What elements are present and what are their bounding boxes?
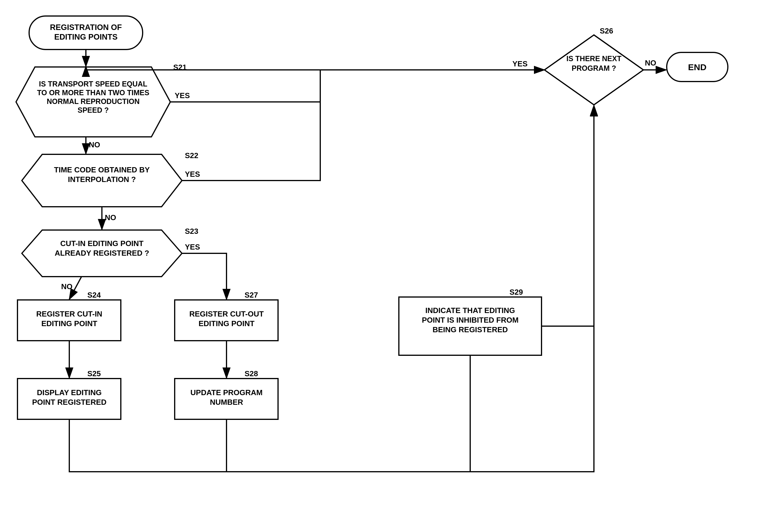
svg-text:S25: S25 (87, 369, 101, 378)
svg-text:TIME CODE OBTAINED BY: TIME CODE OBTAINED BY (54, 166, 150, 174)
svg-text:YES: YES (175, 91, 190, 100)
svg-text:YES: YES (512, 60, 528, 68)
svg-text:SPEED ?: SPEED ? (78, 106, 109, 114)
svg-text:ALREADY REGISTERED ?: ALREADY REGISTERED ? (55, 249, 149, 257)
svg-text:EDITING POINT: EDITING POINT (199, 319, 254, 328)
flowchart-diagram: REGISTRATION OF EDITING POINTS IS TRANSP… (0, 0, 782, 532)
svg-text:BEING REGISTERED: BEING REGISTERED (433, 325, 508, 334)
svg-text:REGISTER CUT-IN: REGISTER CUT-IN (36, 310, 103, 318)
svg-text:IS THERE NEXT: IS THERE NEXT (567, 55, 621, 63)
svg-text:REGISTER CUT-OUT: REGISTER CUT-OUT (189, 310, 264, 318)
svg-text:CUT-IN EDITING POINT: CUT-IN EDITING POINT (60, 239, 144, 248)
svg-text:S29: S29 (509, 288, 523, 296)
svg-text:END: END (688, 62, 706, 72)
svg-text:TO OR MORE THAN TWO TIMES: TO OR MORE THAN TWO TIMES (37, 88, 149, 97)
svg-text:PROGRAM ?: PROGRAM ? (572, 64, 616, 72)
svg-text:S24: S24 (87, 291, 101, 299)
svg-text:INDICATE THAT EDITING: INDICATE THAT EDITING (425, 306, 515, 315)
svg-text:YES: YES (185, 170, 200, 178)
svg-text:IS TRANSPORT SPEED EQUAL: IS TRANSPORT SPEED EQUAL (39, 80, 147, 88)
svg-text:NUMBER: NUMBER (210, 398, 243, 406)
svg-text:POINT IS INHIBITED FROM: POINT IS INHIBITED FROM (422, 316, 519, 324)
svg-text:NO: NO (105, 213, 116, 222)
svg-text:NO: NO (89, 140, 100, 149)
svg-text:S22: S22 (185, 151, 198, 160)
svg-text:POINT REGISTERED: POINT REGISTERED (32, 398, 107, 406)
svg-text:REGISTRATION OF: REGISTRATION OF (50, 23, 122, 32)
svg-text:YES: YES (185, 243, 200, 251)
svg-text:S26: S26 (600, 27, 613, 35)
svg-text:EDITING POINTS: EDITING POINTS (54, 33, 118, 41)
svg-text:NO: NO (645, 59, 656, 67)
svg-text:S28: S28 (245, 369, 258, 378)
svg-text:DISPLAY EDITING: DISPLAY EDITING (37, 388, 102, 397)
svg-text:UPDATE PROGRAM: UPDATE PROGRAM (190, 388, 262, 397)
svg-text:NO: NO (61, 282, 72, 291)
svg-text:INTERPOLATION ?: INTERPOLATION ? (68, 175, 136, 184)
svg-text:NORMAL REPRODUCTION: NORMAL REPRODUCTION (47, 97, 140, 105)
svg-text:S27: S27 (245, 291, 258, 299)
svg-text:S23: S23 (185, 227, 198, 236)
svg-text:EDITING POINT: EDITING POINT (41, 319, 97, 328)
